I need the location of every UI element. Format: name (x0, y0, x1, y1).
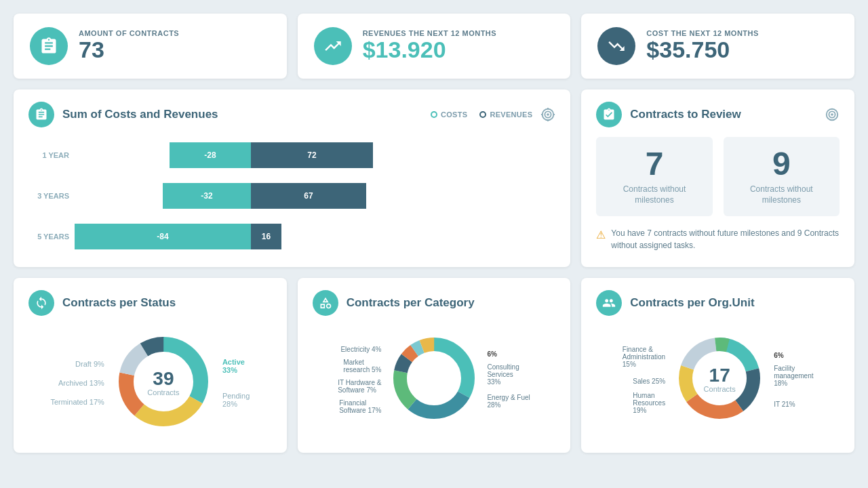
kpi-costs-value: $35.750 (646, 37, 759, 62)
clipboard-icon (30, 27, 68, 65)
status-label-draft: Draft 9% (75, 360, 104, 368)
status-label-pending: Pending28% (222, 392, 250, 408)
orgunit-donut: 17 Contracts (672, 331, 767, 428)
bar-pos-3years: 67 (251, 183, 366, 209)
contracts-review-icon (596, 102, 622, 127)
costs-legend-label: COSTS (441, 110, 467, 119)
orgunit-donut-center: 17 Contracts (704, 366, 736, 393)
status-center-label: Contracts (147, 388, 179, 396)
contracts-orgunit-title: Contracts per Org.Unit (630, 296, 840, 310)
contracts-orgunit-section: Contracts per Org.Unit Finance &Administ… (581, 278, 854, 453)
review-boxes: 7 Contracts without milestones 9 Contrac… (596, 137, 840, 216)
bar-neg-5years: -84 (75, 224, 251, 249)
status-label-archived: Archived 13% (58, 379, 104, 387)
costs-revenues-title: Sum of Costs and Revenues (62, 108, 422, 121)
orgunit-center-num: 17 (704, 366, 736, 385)
org-label-sales: Sales 25% (633, 378, 665, 385)
bar-neg-1year: -28 (170, 142, 251, 168)
costs-legend-dot (431, 111, 437, 118)
kpi-revenues-value: $13.920 (363, 37, 496, 62)
contracts-status-header: Contracts per Status (28, 290, 272, 316)
cat-pct-top: 6% (487, 350, 530, 358)
contracts-status-title: Contracts per Status (62, 296, 272, 310)
status-donut: 39 Contracts (113, 331, 214, 435)
contracts-orgunit-header: Contracts per Org.Unit (596, 290, 840, 316)
warning-icon: ⚠ (596, 227, 606, 243)
costs-revenues-icon (28, 102, 54, 127)
review-label-2: Contracts without milestones (732, 184, 831, 205)
contracts-status-icon (28, 290, 54, 316)
bar-row-1year: 1 YEAR -28 72 (28, 142, 555, 168)
cat-label-energy: Energy & Fuel28% (487, 394, 530, 409)
review-box-1: 7 Contracts without milestones (596, 137, 712, 216)
bar-neg-3years: -32 (163, 183, 251, 209)
kpi-contracts-value: 73 (79, 37, 179, 62)
contracts-orgunit-icon (596, 290, 622, 316)
revenues-legend-dot (479, 111, 486, 118)
dashboard: AMOUNT OF CONTRACTS 73 REVENUES THE NEXT… (14, 14, 854, 453)
bar-chart: 1 YEAR -28 72 3 YEARS -32 67 (28, 137, 555, 255)
bar-row-5years: 5 YEARS -84 16 (28, 224, 555, 249)
review-warning: ⚠ You have 7 contracts without future mi… (596, 227, 840, 251)
orgunit-donut-section: Finance &Administration15% Sales 25% Hum… (596, 325, 840, 434)
kpi-costs: COST THE NEXT 12 MONTHS $35.750 (581, 14, 854, 79)
kpi-contracts: AMOUNT OF CONTRACTS 73 (14, 14, 287, 79)
contracts-category-section: Contracts per Category Electricity 4% Ma… (298, 278, 571, 453)
svg-point-9 (831, 114, 833, 115)
org-pct-top: 6% (774, 352, 813, 359)
bar-pos-5years: 16 (251, 224, 281, 249)
contracts-category-header: Contracts per Category (313, 290, 556, 316)
contracts-status-section: Contracts per Status Draft 9% Archived 1… (14, 278, 287, 453)
orgunit-center-label: Contracts (704, 385, 736, 393)
review-warning-text: You have 7 contracts without future mile… (611, 227, 840, 251)
cat-label-market: Marketresearch 5% (343, 359, 381, 373)
chart-down-icon (597, 27, 635, 65)
status-center-num: 39 (147, 369, 179, 388)
contracts-category-title: Contracts per Category (347, 296, 556, 310)
contracts-review-header: Contracts to Review (596, 102, 840, 127)
svg-point-2 (547, 114, 549, 115)
bar-row-3years: 3 YEARS -32 67 (28, 183, 555, 209)
revenues-legend-label: REVENUES (490, 110, 532, 119)
costs-legend-item: COSTS (431, 110, 467, 119)
target-icon-2[interactable] (825, 107, 840, 122)
category-donut (387, 331, 481, 428)
cat-label-financial: FinancialSoftware 17% (339, 399, 381, 414)
org-label-facility: Facilitymanagement18% (774, 365, 813, 387)
cat-label-it: IT Hardware &Software 7% (338, 379, 381, 394)
cat-label-electricity: Electricity 4% (340, 346, 381, 353)
status-donut-center: 39 Contracts (147, 369, 179, 396)
org-label-finance: Finance &Administration15% (623, 346, 665, 368)
target-icon[interactable] (540, 107, 555, 122)
cat-label-consulting: ConsultingServices33% (487, 363, 530, 386)
chart-legend: COSTS REVENUES (431, 110, 532, 119)
category-donut-section: Electricity 4% Marketresearch 5% IT Hard… (313, 325, 556, 434)
review-label-1: Contracts without milestones (604, 184, 704, 205)
status-label-terminated: Terminated 17% (50, 398, 104, 406)
contracts-category-icon (313, 290, 338, 316)
status-label-active: Active33% (222, 358, 250, 374)
costs-revenues-section: Sum of Costs and Revenues COSTS REVENUES… (14, 89, 570, 267)
costs-revenues-header: Sum of Costs and Revenues COSTS REVENUES (28, 102, 555, 127)
org-label-it: IT 21% (774, 401, 813, 408)
contracts-review-title: Contracts to Review (630, 108, 816, 121)
revenues-legend-item: REVENUES (479, 110, 532, 119)
contracts-review-section: Contracts to Review 7 Contracts without … (581, 89, 854, 267)
org-label-hr: HumanResources19% (633, 392, 665, 414)
review-num-2: 9 (732, 148, 831, 180)
bar-pos-1year: 72 (251, 142, 373, 168)
kpi-revenues: REVENUES THE NEXT 12 MONTHS $13.920 (298, 14, 571, 79)
review-box-2: 9 Contracts without milestones (724, 137, 840, 216)
chart-up-icon (314, 27, 352, 65)
status-donut-section: Draft 9% Archived 13% Terminated 17% (28, 325, 272, 441)
review-num-1: 7 (604, 148, 704, 180)
